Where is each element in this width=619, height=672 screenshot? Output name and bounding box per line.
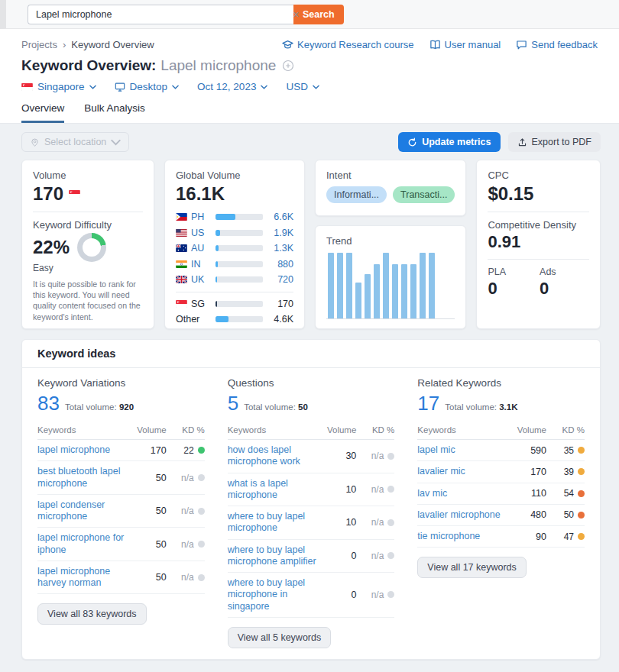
volume-bar [216,301,263,307]
breadcrumb-projects[interactable]: Projects [21,39,57,50]
column-count: 17 [417,392,439,415]
desktop-icon [115,82,125,92]
keyword-link[interactable]: lavalier mic [417,466,513,477]
send-feedback-link[interactable]: Send feedback [516,39,598,50]
select-location-dropdown[interactable]: Select location [21,132,129,152]
keyword-link[interactable]: where to buy lapel microphone in singapo… [228,577,323,612]
trend-label: Trend [326,235,455,247]
divider [33,212,143,212]
table-row: where to buy lapel microphone in singapo… [228,573,395,618]
country-volume-value: 720 [267,274,293,285]
chat-icon [516,39,527,50]
keyword-link[interactable]: lavalier microphone [417,509,513,521]
country-code-link[interactable]: AU [191,243,204,254]
book-icon [429,39,441,50]
intent-pill-informational[interactable]: Informati... [326,186,387,203]
view-all-button[interactable]: View all 83 keywords [37,603,147,625]
view-all-button[interactable]: View all 5 keywords [228,627,332,648]
global-volume-label: Global Volume [176,170,293,181]
ads-block: Ads 0 [540,267,556,299]
country-volume-row: PH 6.6K [176,209,293,225]
keyword-link[interactable]: where to buy lapel microphone amplifier [228,544,323,568]
export-to-pdf-button[interactable]: Export to PDF [508,132,601,152]
volume-value: 170 [33,183,63,205]
clear-search-icon[interactable]: × [293,8,300,21]
keyword-link[interactable]: lapel microphone harvey norman [37,566,133,590]
kd-indicator-icon [387,519,394,526]
kd-indicator-icon [578,512,585,519]
table-row: lav mic 110 54 [417,483,585,505]
volume-value: 30 [322,451,356,461]
currency-filter[interactable]: USD [286,81,319,92]
date-filter[interactable]: Oct 12, 2023 [197,81,267,92]
country-code-link[interactable]: UK [191,274,204,285]
user-manual-link[interactable]: User manual [429,39,501,50]
intent-label: Intent [326,170,455,181]
keyword-link[interactable]: lapel mic [417,444,513,456]
singapore-flag-icon [21,83,33,91]
keyword-link[interactable]: where to buy lapel microphone [228,511,323,535]
header-kd: KD % [356,425,394,435]
add-keyword-icon[interactable] [282,60,294,72]
table-row: best bluetooth lapel microphone 50 n/a [37,461,205,495]
kd-value: n/a [371,451,384,461]
keyword-link[interactable]: tie microphone [417,531,513,542]
keyword-research-course-link[interactable]: Keyword Research course [282,39,413,50]
header-keywords: Keywords [37,425,133,435]
competitive-density-label: Competitive Density [488,219,589,231]
country-code-link[interactable]: US [191,228,204,238]
kd-indicator-icon [578,447,585,454]
keyword-link[interactable]: what is a lapel microphone [228,478,323,502]
search-input[interactable] [28,5,293,24]
keyword-link[interactable]: how does lapel microphone work [228,444,323,468]
country-volume-value: 1.3K [267,243,293,254]
volume-bar [216,276,263,283]
country-volume-value: 880 [267,259,293,270]
country-volume-row: Other 4.6K [176,312,293,328]
filters-row: Singapore Desktop Oct 12, 2023 USD [21,81,598,92]
country-code-link[interactable]: PH [191,212,204,222]
keyword-link[interactable]: lapel condenser microphone [37,499,133,523]
kd-value: n/a [181,572,194,583]
country-flag-icon [176,229,187,237]
breadcrumb-separator-icon: › [63,39,66,50]
kd-value: n/a [371,517,384,528]
volume-difficulty-card: Volume 170 Keyword Difficulty 22% Easy I… [21,160,154,329]
country-volume-value: 6.6K [267,212,293,222]
keyword-link[interactable]: lapel microphone for iphone [37,532,133,556]
volume-value: 90 [513,531,546,542]
view-all-button[interactable]: View all 17 keywords [417,557,527,578]
tab-overview[interactable]: Overview [21,102,64,123]
chevron-down-icon [261,85,267,89]
ads-value: 0 [540,279,556,299]
kd-indicator-icon [198,508,205,515]
search-button[interactable]: Search [293,5,344,24]
trend-bar [392,264,398,318]
ads-label: Ads [540,267,556,277]
country-code-link[interactable]: IN [191,259,201,270]
kd-indicator-icon [387,486,394,493]
update-metrics-button[interactable]: Update metrics [398,132,500,152]
volume-value: 170 [513,467,546,477]
volume-value: 590 [513,445,546,456]
keyword-link[interactable]: lav mic [417,488,513,499]
kd-indicator-icon [198,474,205,481]
total-volume: Total volume: 920 [65,402,134,412]
device-filter[interactable]: Desktop [115,81,180,92]
breadcrumb-current: Keyword Overview [71,39,154,50]
column-title: Questions [228,377,395,389]
tab-bulk-analysis[interactable]: Bulk Analysis [84,102,145,123]
chevron-down-icon [313,85,319,89]
kd-value: 54 [564,488,574,499]
keyword-table: how does lapel microphone work 30 n/a wh… [228,440,395,618]
page-header: Projects › Keyword Overview Keyword Rese… [0,29,619,124]
keyword-ideas-card: Keyword ideas Keyword Variations 83 Tota… [21,339,601,660]
intent-pill-transactional[interactable]: Transacti... [393,186,455,203]
country-volume-row: AU 1.3K [176,241,293,257]
keyword-link[interactable]: best bluetooth lapel microphone [37,466,133,489]
divider [176,292,293,292]
location-filter[interactable]: Singapore [21,81,96,92]
kd-value: n/a [371,484,384,495]
trend-bar [337,253,343,318]
keyword-link[interactable]: lapel microphone [37,444,133,456]
